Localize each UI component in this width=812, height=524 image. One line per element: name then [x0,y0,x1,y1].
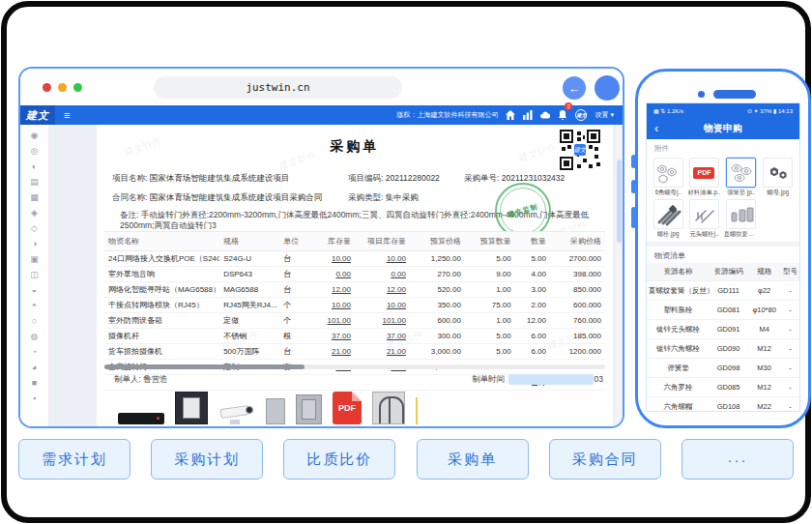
app-logo[interactable]: 建文 [20,105,55,125]
menu-toggle-icon[interactable]: ≡ [64,109,70,121]
screws-thumbnail[interactable] [689,199,719,229]
settings-label: 设置 [594,110,608,120]
table-cell: GD081 [710,301,748,320]
table-cell[interactable]: 37.00 [309,329,355,344]
attachment-filename: 螺母.jpg [767,189,789,197]
couplers-thumbnail[interactable] [726,199,756,229]
sidebar-module-icon[interactable]: ▤ [30,176,39,189]
horizontal-scrollbar-thumb[interactable] [104,364,304,369]
bolts-thumbnail[interactable] [653,199,683,229]
table-cell[interactable]: 21.00 [355,344,410,360]
horizontal-scrollbar-track[interactable] [104,364,605,369]
user-avatar-logo[interactable]: 建文 [575,109,587,121]
table-row[interactable]: 六角罗栓GD085M12- [647,378,799,397]
table-cell[interactable]: 10.00 [309,251,355,267]
equipment-box-thumbnail[interactable] [266,398,285,424]
sidebar-module-icon[interactable]: ◔ [32,346,37,359]
table-cell[interactable]: 101.00 [355,313,410,329]
maximize-window-dot[interactable] [73,83,82,92]
sidebar-module-icon[interactable]: ◐ [32,160,37,173]
attachment-item[interactable]: 螺栓.jpg [652,199,684,239]
sidebar-module-icon[interactable]: ◑ [32,238,37,250]
back-chevron-icon[interactable]: ‹ [654,119,658,138]
table-row[interactable]: 直螺纹套筒（反丝）GD111φ22- [647,281,799,301]
sidebar-module-icon[interactable]: ◉ [31,130,39,142]
browser-action-button[interactable] [594,75,620,101]
module-button[interactable]: 采购计划 [151,439,263,480]
attachment-item[interactable]: 6角螺母j.. [652,158,684,197]
sidebar-module-icon[interactable]: ◒ [32,284,37,297]
sidebar-module-icon[interactable]: ◕ [32,362,37,374]
table-cell[interactable]: 10.00 [309,298,355,313]
chart-icon[interactable] [523,110,533,120]
table-cell: 弹簧垫 [647,359,710,378]
sidebar-module-icon[interactable]: ▦ [30,191,39,204]
notifications-bell-icon[interactable]: 2 [558,106,567,124]
back-button[interactable]: ← [563,76,586,100]
equipment-box2-thumbnail[interactable] [296,394,322,424]
nuts-thumbnail[interactable] [653,158,683,188]
cabinet-thumbnail[interactable] [175,392,208,424]
table-row[interactable]: 镀锌六角螺栓GD090M12- [647,339,799,359]
purchase-order-sheet: 建文软件建文软件建文软件建文软件建文软件建文软件建文软件 采购单 [97,125,613,426]
table-cell[interactable]: 101.00 [309,313,355,329]
module-button[interactable]: 采购单 [417,439,529,480]
module-button[interactable]: 比质比价 [283,439,395,480]
module-button[interactable]: 需求计划 [18,439,130,480]
revolving-door-thumbnail[interactable] [372,392,405,424]
table-cell[interactable]: 10.00 [355,251,410,267]
sidebar-module-icon[interactable]: ◈ [31,207,38,219]
sidebar-module-icon[interactable]: ■ [32,377,37,390]
table-cell[interactable]: 0.00 [309,267,355,282]
volume-down-button[interactable] [631,180,636,193]
table-row[interactable]: 弹簧垫GD098M30- [647,359,799,378]
table-cell: 网络化智能寻呼站（MAG6588） [104,282,219,298]
pdf-thumbnail[interactable]: PDF [689,158,719,188]
table-cell[interactable]: 10.00 [355,298,410,313]
washers-thumbnail[interactable] [726,158,756,188]
power-button[interactable] [631,207,636,228]
sidebar-module-icon[interactable]: ○ [32,315,37,328]
table-cell[interactable]: 21.00 [309,344,355,360]
creator-name: 鲁营造 [143,374,168,384]
sidebar-module-icon[interactable]: ◍ [31,331,39,343]
table-row[interactable]: 镀锌元头螺栓GD091M4- [647,320,799,339]
module-button[interactable]: 采购合同 [549,439,661,480]
module-button-row: 需求计划采购计划比质比价采购单采购合同··· [18,439,794,480]
pdf-file-thumbnail[interactable]: PDF [333,392,362,424]
volume-up-button[interactable] [631,155,636,168]
table-row[interactable]: 塑料胀栓GD081φ10*80- [647,301,799,320]
sidebar-module-icon[interactable]: ▪ [33,393,36,405]
sidebar-module-icon[interactable]: ▣ [30,253,39,266]
address-bar[interactable]: justwin.cn [154,76,402,99]
table-cell[interactable]: 12.00 [309,282,355,298]
table-cell: 直螺纹套筒（反丝） [647,281,710,301]
table-cell[interactable]: 12.00 [355,282,410,298]
camera-thumbnail[interactable] [218,403,255,424]
sidebar-module-icon[interactable]: ◫ [30,269,39,281]
sidebar-module-icon[interactable]: ◓ [32,300,37,312]
cloud-icon[interactable] [540,110,550,120]
attachment-item[interactable]: 直螺纹套筒... [724,199,759,239]
home-icon[interactable] [506,110,515,120]
dvr-device-thumbnail[interactable] [118,413,164,424]
attachment-item[interactable]: 螺母.jpg [762,158,795,197]
settings-menu[interactable]: 设置 ▾ [594,110,614,120]
module-button[interactable]: ··· [682,439,794,480]
minimize-window-dot[interactable] [58,83,67,92]
attachment-item[interactable]: 元头螺栓j.. [687,199,720,239]
sidebar-module-icon[interactable]: ◎ [31,145,39,158]
close-window-dot[interactable] [43,83,51,92]
table-cell[interactable]: 37.00 [355,329,410,344]
table-cell[interactable]: 0.00 [355,267,410,282]
phone-mockup: ▦ ⇅ 1.2K/s ⊙ ✦ 37% ▮ 14:13 ‹ 物资申购 附件 6角螺… [635,69,811,428]
table-cell: 定做 [219,313,279,329]
attachment-item[interactable]: 弹簧垫 jp.. [724,158,759,197]
table-cell: - [781,320,799,339]
table-cell: 760.000 [550,313,605,329]
sidebar-module-icon[interactable]: ◇ [31,222,38,235]
vertical-scrollbar-thumb[interactable] [617,160,622,243]
attachment-item[interactable]: PDF材料清单.p.. [687,158,720,197]
nuts2-thumbnail[interactable] [763,158,793,188]
table-row[interactable]: 六角螺帽GD108M22- [647,397,799,412]
